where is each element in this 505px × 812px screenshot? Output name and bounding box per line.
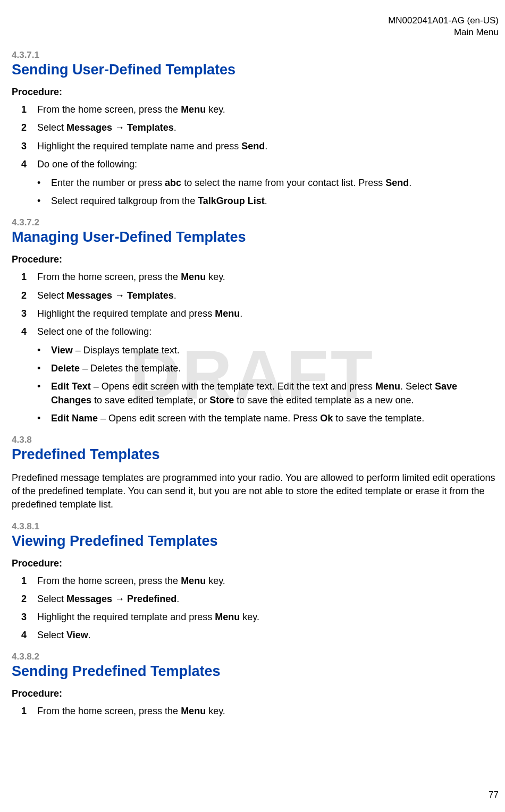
bullet-text: to save edited template, or <box>91 395 209 405</box>
step-text: key. <box>240 612 259 622</box>
section-number: 4.3.8.2 <box>12 652 499 662</box>
step-text: From the home screen, press the <box>37 706 181 716</box>
step-text: key. <box>206 706 225 716</box>
bullet-text: . Select <box>400 381 435 392</box>
procedure-label: Procedure: <box>12 688 499 699</box>
menu-path: Messages <box>66 290 112 301</box>
procedure-steps: From the home screen, press the Menu key… <box>21 574 499 642</box>
bullet-text: to save the template. <box>333 413 424 424</box>
menu-key: Menu <box>181 104 206 115</box>
step-text: Select <box>37 630 66 640</box>
abc-key: abc <box>165 177 181 188</box>
step: Select one of the following: <box>21 325 499 339</box>
procedure-steps: From the home screen, press the Menu key… <box>21 705 499 718</box>
bullet-text: – Displays template text. <box>73 345 180 356</box>
section-title: Sending Predefined Templates <box>12 663 499 680</box>
section-number: 4.3.7.1 <box>12 50 499 61</box>
edit-name-option: Edit Name <box>51 413 98 424</box>
arrow: → <box>112 594 127 604</box>
procedure-steps: From the home screen, press the Menu key… <box>21 103 499 171</box>
step-text: From the home screen, press the <box>37 272 181 282</box>
step-text: Highlight the required template name and… <box>37 141 241 151</box>
send-key: Send <box>241 141 265 151</box>
bullet-item: Delete – Deletes the template. <box>37 362 499 375</box>
step: Highlight the required template and pres… <box>21 611 499 624</box>
step-text: key. <box>206 576 225 586</box>
step: From the home screen, press the Menu key… <box>21 705 499 718</box>
view-option: View <box>51 345 73 356</box>
menu-key: Menu <box>181 576 206 586</box>
bullet-item: Edit Name – Opens edit screen with the t… <box>37 412 499 425</box>
menu-key: Menu <box>181 272 206 282</box>
arrow: → <box>112 290 127 301</box>
step-text: . <box>176 594 179 604</box>
menu-path: Templates <box>127 122 174 133</box>
page: DRAFT MN002041A01-AG (en-US) Main Menu 4… <box>0 0 505 812</box>
send-key: Send <box>385 177 409 188</box>
bullet-text: Enter the number or press <box>51 177 165 188</box>
bullet-text: – Opens edit screen with the template te… <box>91 381 375 392</box>
step-text: Highlight the required template and pres… <box>37 308 215 319</box>
header-section: Main Menu <box>12 27 499 38</box>
page-number: 77 <box>489 790 499 800</box>
menu-path: Predefined <box>127 594 176 604</box>
section-number: 4.3.7.2 <box>12 217 499 228</box>
bullet-list: Enter the number or press abc to select … <box>37 176 499 208</box>
bullet-text: . <box>265 196 267 206</box>
step: Select Messages → Templates. <box>21 121 499 134</box>
procedure-label: Procedure: <box>12 558 499 569</box>
bullet-item: Enter the number or press abc to select … <box>37 176 499 190</box>
content: MN002041A01-AG (en-US) Main Menu 4.3.7.1… <box>12 15 499 718</box>
menu-path: Messages <box>66 122 112 133</box>
bullet-text: to select the name from your contact lis… <box>181 177 385 188</box>
bullet-list: View – Displays template text. Delete – … <box>37 344 499 425</box>
menu-key: Menu <box>181 706 206 716</box>
step-text: . <box>174 122 176 133</box>
page-header: MN002041A01-AG (en-US) Main Menu <box>12 15 499 38</box>
step-text: . <box>174 290 176 301</box>
bullet-item: View – Displays template text. <box>37 344 499 357</box>
step-text: Select <box>37 594 66 604</box>
store-option: Store <box>209 395 234 405</box>
step: Select Messages → Predefined. <box>21 593 499 606</box>
menu-key: Menu <box>215 612 240 622</box>
section-title: Sending User-Defined Templates <box>12 62 499 78</box>
menu-path: Messages <box>66 594 112 604</box>
doc-id: MN002041A01-AG (en-US) <box>12 15 499 27</box>
step-text: Select <box>37 290 66 301</box>
procedure-label: Procedure: <box>12 87 499 98</box>
step: Highlight the required template and pres… <box>21 307 499 320</box>
procedure-label: Procedure: <box>12 254 499 265</box>
step-text: . <box>88 630 91 640</box>
bullet-text: . <box>409 177 411 188</box>
step-text: Do one of the following: <box>37 159 137 170</box>
step-text: From the home screen, press the <box>37 104 181 115</box>
bullet-text: to save the edited template as a new one… <box>234 395 414 405</box>
step-text: . <box>265 141 267 151</box>
section-number: 4.3.8.1 <box>12 521 499 532</box>
menu-key: Menu <box>375 381 400 392</box>
step: Do one of the following: <box>21 158 499 171</box>
arrow: → <box>112 122 127 133</box>
delete-option: Delete <box>51 363 80 374</box>
step: Select Messages → Templates. <box>21 289 499 302</box>
bullet-item: Select required talkgroup from the TalkG… <box>37 194 499 208</box>
step: From the home screen, press the Menu key… <box>21 270 499 284</box>
talkgroup-list: TalkGroup List <box>198 196 265 206</box>
bullet-text: – Deletes the template. <box>80 363 181 374</box>
step-text: Select one of the following: <box>37 326 152 337</box>
step: From the home screen, press the Menu key… <box>21 574 499 588</box>
step-text: key. <box>206 104 225 115</box>
section-number: 4.3.8 <box>12 435 499 445</box>
step-text: . <box>240 308 242 319</box>
section-title: Managing User-Defined Templates <box>12 229 499 246</box>
step-text: Highlight the required template and pres… <box>37 612 215 622</box>
section-title: Predefined Templates <box>12 446 499 463</box>
bullet-item: Edit Text – Opens edit screen with the t… <box>37 380 499 407</box>
step-text: From the home screen, press the <box>37 576 181 586</box>
step: Highlight the required template name and… <box>21 140 499 153</box>
step-text: Select <box>37 122 66 133</box>
bullet-text: – Opens edit screen with the template na… <box>98 413 320 424</box>
body-paragraph: Predefined message templates are program… <box>12 471 499 512</box>
ok-key: Ok <box>320 413 333 424</box>
